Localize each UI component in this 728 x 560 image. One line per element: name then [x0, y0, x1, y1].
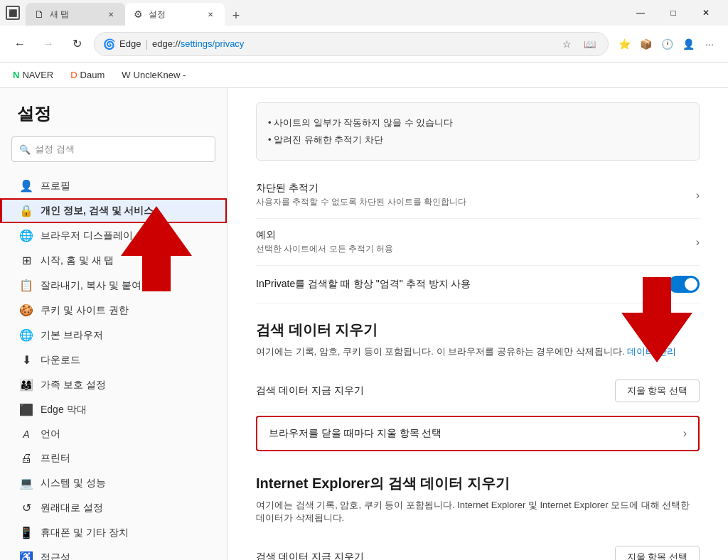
clear-now-row: 검색 데이터 지금 지우기 지울 항목 선택: [256, 370, 700, 413]
toolbar-icons: ⭐ 📦 🕐 👤 ···: [614, 34, 719, 54]
content-inner: 사이트의 일부가 작동하지 않을 수 있습니다 알려진 유해한 추적기 차단 차…: [228, 88, 728, 560]
clear-on-close-row[interactable]: 브라우저를 닫을 때마다 지울 항목 선택 ›: [256, 416, 700, 451]
daum-icon: D: [70, 70, 77, 80]
sidebar-item-printer[interactable]: 🖨 프린터: [0, 446, 227, 470]
ie-section-heading: Internet Explorer의 검색 데이터 지우기: [256, 474, 700, 493]
edge-label: Edge: [119, 38, 141, 49]
sidebar-item-mobile[interactable]: 📱 휴대폰 및 기타 장치: [0, 520, 227, 545]
address-text: edge://settings/privacy: [152, 38, 244, 49]
newtab-close[interactable]: ✕: [105, 9, 117, 20]
inprivate-info: InPrivate를 검색할 때 항상 "엄격" 추적 방지 사용: [256, 278, 471, 291]
newtab-label: 새 탭: [50, 9, 69, 21]
reload-button[interactable]: ↻: [65, 33, 88, 55]
settings-tab-icon: ⚙: [134, 9, 143, 20]
address-box[interactable]: 🌀 Edge | edge://settings/privacy ☆ 📖: [94, 32, 609, 56]
bookmark-unknew[interactable]: W UncleKnew -: [117, 68, 190, 82]
sidebar-printer-label: 프린터: [41, 452, 70, 465]
sidebar-item-profile[interactable]: 👤 프로필: [0, 173, 227, 198]
ie-clear-now-button[interactable]: 지울 항목 선택: [615, 546, 700, 560]
sidebar-item-accessibility[interactable]: ♿ 접근성: [0, 545, 227, 560]
printer-sidebar-icon: 🖨: [19, 452, 33, 465]
ie-section: Internet Explorer의 검색 데이터 지우기 여기에는 검색 기록…: [256, 474, 700, 560]
sidebar-item-downloads[interactable]: ⬇ 다운로드: [0, 348, 227, 372]
sidebar-item-reset[interactable]: ↺ 원래대로 설정: [0, 495, 227, 520]
address-path: settings/privacy: [181, 38, 245, 49]
sidebar-item-language[interactable]: A 언어: [0, 422, 227, 446]
exceptions-info: 예외 선택한 사이트에서 모든 추적기 허용: [256, 229, 393, 255]
sidebar-item-family[interactable]: 👨‍👩‍👧 가족 보호 설정: [0, 372, 227, 397]
clear-now-button[interactable]: 지울 항목 선택: [615, 379, 700, 402]
window-icon: ⬛: [6, 6, 20, 20]
tracker-item-2: 알려진 유해한 추적기 차단: [268, 131, 687, 149]
settings-tab-close[interactable]: ✕: [205, 9, 216, 20]
forward-button[interactable]: →: [37, 33, 60, 55]
favorites-toolbar-icon[interactable]: ⭐: [614, 34, 634, 54]
window-controls: — □ ✕: [624, 1, 722, 24]
bookmark-naver[interactable]: N NAVER: [9, 68, 58, 82]
sidebar-item-system[interactable]: 💻 시스템 및 성능: [0, 470, 227, 495]
data-management-link[interactable]: 데이터 관리: [627, 346, 676, 357]
search-icon: 🔍: [19, 144, 31, 155]
tab-bar: 🗋 새 탭 ✕ ⚙ 설정 ✕ +: [26, 0, 621, 26]
tracker-info-box: 사이트의 일부가 작동하지 않을 수 있습니다 알려진 유해한 추적기 차단: [256, 102, 700, 161]
system-sidebar-icon: 💻: [19, 476, 33, 490]
sidebar-privacy-label: 개인 정보, 검색 및 서비스: [41, 205, 154, 217]
family-sidebar-icon: 👨‍👩‍👧: [19, 378, 33, 392]
clear-now-label: 검색 데이터 지금 지우기: [256, 384, 364, 397]
more-icon[interactable]: ···: [700, 34, 719, 54]
sidebar-item-edgebar[interactable]: ⬛ Edge 막대: [0, 397, 227, 422]
edgebar-sidebar-icon: ⬛: [19, 403, 33, 416]
sidebar-item-display[interactable]: 🌐 브라우저 디스플레이: [0, 223, 227, 248]
sidebar-system-label: 시스템 및 성능: [41, 477, 106, 490]
sidebar-item-clipboard[interactable]: 📋 잘라내기, 복사 및 붙여넣기: [0, 273, 227, 298]
sidebar-item-label: 프로필: [41, 180, 70, 193]
sidebar-edgebar-label: Edge 막대: [41, 404, 87, 416]
sidebar-cookies-label: 쿠키 및 사이트 권한: [41, 304, 129, 317]
reset-sidebar-icon: ↺: [19, 501, 33, 515]
addressbar: ← → ↻ 🌀 Edge | edge://settings/privacy ☆…: [0, 26, 728, 63]
bookmark-daum[interactable]: D Daum: [66, 68, 109, 82]
tab-settings[interactable]: ⚙ 설정 ✕: [125, 3, 225, 26]
sidebar-display-label: 브라우저 디스플레이: [41, 230, 133, 242]
maximize-button[interactable]: □: [657, 1, 690, 24]
sidebar-item-default[interactable]: 🌐 기본 브라우저: [0, 323, 227, 348]
blocked-tracker-row[interactable]: 차단된 추적기 사용자를 추적할 수 없도록 차단된 사이트를 확인합니다 ›: [256, 172, 700, 219]
favorites-icon[interactable]: ☆: [557, 34, 577, 54]
privacy-sidebar-icon: 🔒: [19, 204, 33, 217]
clear-on-close-chevron: ›: [683, 427, 687, 440]
profile-icon[interactable]: 👤: [678, 34, 698, 54]
ie-clear-now-row: 검색 데이터 지금 지우기 지울 항목 선택: [256, 536, 700, 560]
mobile-sidebar-icon: 📱: [19, 526, 33, 539]
sidebar-item-cookies[interactable]: 🍪 쿠키 및 사이트 권한: [0, 298, 227, 323]
address-icons: ☆ 📖: [557, 34, 599, 54]
accessibility-sidebar-icon: ♿: [19, 551, 33, 560]
back-button[interactable]: ←: [9, 33, 31, 55]
ie-clear-now-label: 검색 데이터 지금 지우기: [256, 551, 364, 560]
collections-icon[interactable]: 📦: [636, 34, 655, 54]
exceptions-row[interactable]: 예외 선택한 사이트에서 모든 추적기 허용 ›: [256, 219, 700, 266]
downloads-sidebar-icon: ⬇: [19, 353, 33, 367]
inprivate-toggle[interactable]: [668, 276, 700, 293]
clipboard-sidebar-icon: 📋: [19, 279, 33, 292]
read-icon[interactable]: 📖: [579, 34, 599, 54]
sidebar-family-label: 가족 보호 설정: [41, 379, 106, 392]
tab-newtab[interactable]: 🗋 새 탭 ✕: [26, 3, 125, 26]
sidebar-item-start[interactable]: ⊞ 시작, 홈 및 새 탭: [0, 248, 227, 273]
sidebar-clipboard-label: 잘라내기, 복사 및 붙여넣기: [41, 279, 161, 292]
minimize-button[interactable]: —: [624, 1, 657, 24]
blocked-tracker-info: 차단된 추적기 사용자를 추적할 수 없도록 차단된 사이트를 확인합니다: [256, 182, 466, 208]
newtab-icon: 🗋: [34, 9, 44, 20]
daum-label: Daum: [80, 70, 105, 80]
sidebar-search[interactable]: 🔍 설정 검색: [11, 136, 215, 162]
tracker-item-1: 사이트의 일부가 작동하지 않을 수 있습니다: [268, 114, 687, 131]
sidebar-item-privacy[interactable]: 🔒 개인 정보, 검색 및 서비스: [0, 198, 227, 223]
ie-section-desc: 여기에는 검색 기록, 암호, 쿠키 등이 포함됩니다. Internet Ex…: [256, 499, 700, 524]
close-button[interactable]: ✕: [690, 1, 722, 24]
display-sidebar-icon: 🌐: [19, 229, 33, 242]
exceptions-desc: 선택한 사이트에서 모든 추적기 허용: [256, 243, 393, 255]
history-icon[interactable]: 🕐: [657, 34, 677, 54]
sidebar: 설정 🔍 설정 검색 👤 프로필 🔒 개인 정보, 검색 및 서비스 🌐 브라우…: [0, 88, 228, 560]
naver-label: NAVER: [22, 70, 53, 80]
clear-section-heading: 검색 데이터 지우기: [256, 321, 700, 340]
new-tab-button[interactable]: +: [225, 6, 247, 26]
